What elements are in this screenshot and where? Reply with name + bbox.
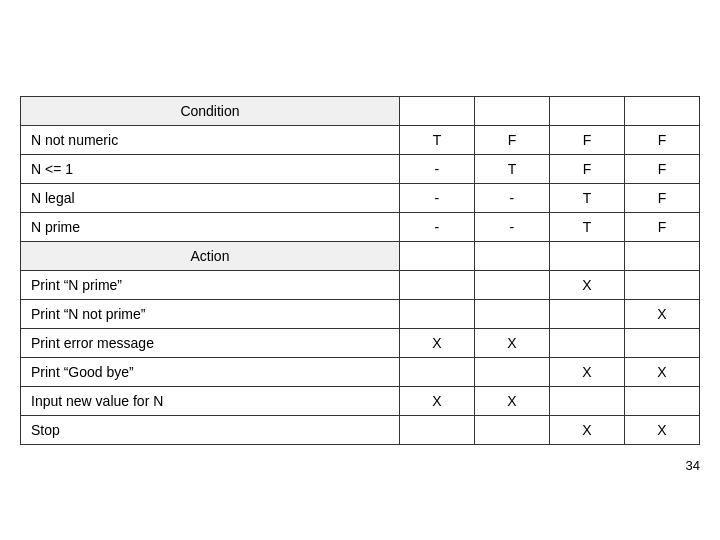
- action-row-2-col-1: X: [474, 328, 549, 357]
- condition-header-cell: Condition: [21, 96, 400, 125]
- condition-row-0-col-0: T: [399, 125, 474, 154]
- condition-row-0-col-2: F: [549, 125, 624, 154]
- condition-row-3-col-0: -: [399, 212, 474, 241]
- decision-table: Condition N not numeric T F F F N <= 1 -…: [20, 96, 700, 445]
- action-row-3-col-3: X: [624, 357, 699, 386]
- condition-row-3-label: N prime: [21, 212, 400, 241]
- action-row-2-label: Print error message: [21, 328, 400, 357]
- action-col-header-2: [474, 241, 549, 270]
- action-row-3-label: Print “Good bye”: [21, 357, 400, 386]
- condition-row-1-col-0: -: [399, 154, 474, 183]
- condition-header-row: Condition: [21, 96, 700, 125]
- condition-row-1-col-1: T: [474, 154, 549, 183]
- condition-row-2: N legal - - T F: [21, 183, 700, 212]
- action-col-header-1: [399, 241, 474, 270]
- action-row-2-col-2: [549, 328, 624, 357]
- action-header-row: Action: [21, 241, 700, 270]
- action-row-5-label: Stop: [21, 415, 400, 444]
- condition-row-3-col-1: -: [474, 212, 549, 241]
- action-row-1-label: Print “N not prime”: [21, 299, 400, 328]
- action-row-5-col-1: [474, 415, 549, 444]
- col-header-1: [399, 96, 474, 125]
- condition-row-2-col-3: F: [624, 183, 699, 212]
- action-row-0-col-2: X: [549, 270, 624, 299]
- action-col-header-3: [549, 241, 624, 270]
- col-header-2: [474, 96, 549, 125]
- action-row-4-col-1: X: [474, 386, 549, 415]
- action-row-2-col-0: X: [399, 328, 474, 357]
- action-row-2-col-3: [624, 328, 699, 357]
- action-row-3-col-1: [474, 357, 549, 386]
- condition-row-3-col-2: T: [549, 212, 624, 241]
- condition-row-1-col-3: F: [624, 154, 699, 183]
- condition-row-1-label: N <= 1: [21, 154, 400, 183]
- action-row-0-label: Print “N prime”: [21, 270, 400, 299]
- action-row-5-col-2: X: [549, 415, 624, 444]
- condition-row-2-col-0: -: [399, 183, 474, 212]
- action-row-0-col-0: [399, 270, 474, 299]
- action-row-1-col-0: [399, 299, 474, 328]
- action-row-5: Stop X X: [21, 415, 700, 444]
- page-wrapper: Condition N not numeric T F F F N <= 1 -…: [20, 96, 700, 445]
- condition-row-3: N prime - - T F: [21, 212, 700, 241]
- condition-row-2-label: N legal: [21, 183, 400, 212]
- action-row-0: Print “N prime” X: [21, 270, 700, 299]
- condition-row-0-col-3: F: [624, 125, 699, 154]
- action-row-4-col-0: X: [399, 386, 474, 415]
- action-row-3-col-0: [399, 357, 474, 386]
- action-col-header-4: [624, 241, 699, 270]
- action-header-cell: Action: [21, 241, 400, 270]
- condition-row-0-col-1: F: [474, 125, 549, 154]
- condition-row-2-col-2: T: [549, 183, 624, 212]
- action-row-4-col-2: [549, 386, 624, 415]
- condition-row-1: N <= 1 - T F F: [21, 154, 700, 183]
- condition-row-0: N not numeric T F F F: [21, 125, 700, 154]
- action-row-2: Print error message X X: [21, 328, 700, 357]
- action-row-4: Input new value for N X X: [21, 386, 700, 415]
- action-row-5-col-3: X: [624, 415, 699, 444]
- action-row-1-col-2: [549, 299, 624, 328]
- col-header-3: [549, 96, 624, 125]
- action-row-1-col-3: X: [624, 299, 699, 328]
- action-row-0-col-1: [474, 270, 549, 299]
- condition-row-2-col-1: -: [474, 183, 549, 212]
- condition-row-0-label: N not numeric: [21, 125, 400, 154]
- action-row-1: Print “N not prime” X: [21, 299, 700, 328]
- col-header-4: [624, 96, 699, 125]
- action-row-4-col-3: [624, 386, 699, 415]
- action-row-1-col-1: [474, 299, 549, 328]
- action-row-0-col-3: [624, 270, 699, 299]
- action-row-3-col-2: X: [549, 357, 624, 386]
- action-row-4-label: Input new value for N: [21, 386, 400, 415]
- action-row-5-col-0: [399, 415, 474, 444]
- action-row-3: Print “Good bye” X X: [21, 357, 700, 386]
- page-number: 34: [686, 458, 700, 473]
- condition-row-3-col-3: F: [624, 212, 699, 241]
- condition-row-1-col-2: F: [549, 154, 624, 183]
